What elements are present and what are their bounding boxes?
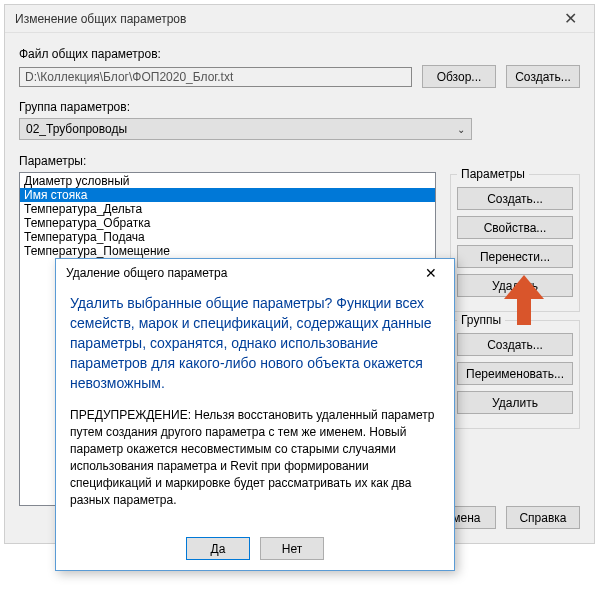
- params-label: Параметры:: [19, 154, 580, 168]
- param-item[interactable]: Температура_Обратка: [20, 216, 435, 230]
- param-item[interactable]: Температура_Подача: [20, 230, 435, 244]
- file-path-field[interactable]: D:\Коллекция\Блог\ФОП2020_Блог.txt: [19, 67, 412, 87]
- param-new-button[interactable]: Создать...: [457, 187, 573, 210]
- delete-param-confirm-dialog: Удаление общего параметра ✕ Удалить выбр…: [55, 258, 455, 571]
- modal-yes-button[interactable]: Да: [186, 537, 250, 560]
- params-group-title: Параметры: [457, 167, 529, 181]
- modal-warning: ПРЕДУПРЕЖДЕНИЕ: Нельзя восстановить удал…: [70, 407, 440, 509]
- main-title: Изменение общих параметров: [15, 12, 186, 26]
- main-close-button[interactable]: ✕: [550, 8, 590, 30]
- group-select-value: 02_Трубопроводы: [26, 122, 127, 136]
- group-delete-button[interactable]: Удалить: [457, 391, 573, 414]
- main-help-button[interactable]: Справка: [506, 506, 580, 529]
- browse-button[interactable]: Обзор...: [422, 65, 496, 88]
- group-label: Группа параметров:: [19, 100, 580, 114]
- params-group: Параметры Создать... Свойства... Перенес…: [450, 174, 580, 312]
- param-props-button[interactable]: Свойства...: [457, 216, 573, 239]
- param-move-button[interactable]: Перенести...: [457, 245, 573, 268]
- modal-close-button[interactable]: ✕: [414, 265, 448, 281]
- group-select[interactable]: 02_Трубопроводы ⌄: [19, 118, 472, 140]
- group-new-button[interactable]: Создать...: [457, 333, 573, 356]
- modal-no-button[interactable]: Нет: [260, 537, 324, 560]
- main-titlebar: Изменение общих параметров ✕: [5, 5, 594, 33]
- group-rename-button[interactable]: Переименовать...: [457, 362, 573, 385]
- chevron-down-icon: ⌄: [457, 124, 465, 135]
- param-item[interactable]: Температура_Дельта: [20, 202, 435, 216]
- modal-message: Удалить выбранные общие параметры? Функц…: [70, 293, 440, 393]
- groups-group: Группы Создать... Переименовать... Удали…: [450, 320, 580, 429]
- create-file-button[interactable]: Создать...: [506, 65, 580, 88]
- param-item[interactable]: Температура_Помещение: [20, 244, 435, 258]
- modal-title: Удаление общего параметра: [66, 266, 227, 280]
- groups-group-title: Группы: [457, 313, 505, 327]
- param-item[interactable]: Имя стояка: [20, 188, 435, 202]
- param-item[interactable]: Диаметр условный: [20, 174, 435, 188]
- param-delete-button[interactable]: Удалить: [457, 274, 573, 297]
- file-label: Файл общих параметров:: [19, 47, 580, 61]
